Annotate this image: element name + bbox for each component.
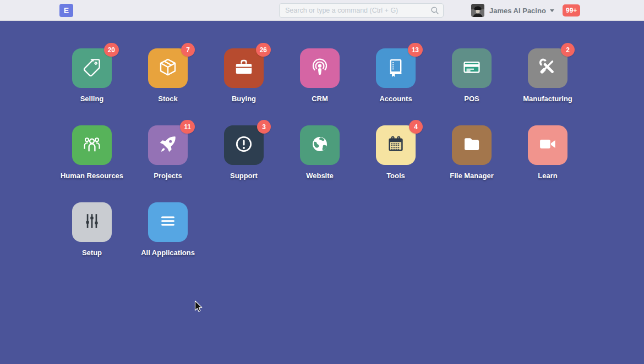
app-tile-stock[interactable]: 7 Stock xyxy=(130,48,206,104)
wrench-screwdriver-icon xyxy=(537,57,558,80)
app-tile-projects[interactable]: 11 Projects xyxy=(130,125,206,181)
notifications-badge[interactable]: 99+ xyxy=(563,4,580,16)
menu-icon xyxy=(157,211,178,234)
app-label: Accounts xyxy=(379,95,412,103)
rocket-icon xyxy=(157,134,178,157)
search-icon[interactable] xyxy=(429,5,440,16)
notification-count-badge: 20 xyxy=(104,43,119,57)
app-tile-setup[interactable]: Setup xyxy=(54,202,130,258)
mouse-cursor xyxy=(194,300,203,313)
tag-icon xyxy=(81,57,102,80)
app-label: Learn xyxy=(538,172,557,180)
app-label: Selling xyxy=(80,95,104,103)
sliders-icon xyxy=(81,211,102,234)
notification-count-badge: 7 xyxy=(181,43,195,57)
app-tile-crm[interactable]: CRM xyxy=(282,48,358,104)
app-tile-selling[interactable]: 20 Selling xyxy=(54,48,130,104)
notification-count-badge: 4 xyxy=(409,120,423,134)
briefcase-icon xyxy=(233,57,254,80)
alert-circle-icon xyxy=(233,134,254,157)
app-tile-manufacturing[interactable]: 2 Manufacturing xyxy=(510,48,586,104)
app-label: CRM xyxy=(312,95,328,103)
notification-count-badge: 11 xyxy=(180,120,195,134)
app-label: Support xyxy=(230,172,258,180)
app-tile-pos[interactable]: POS xyxy=(434,48,510,104)
global-search xyxy=(279,3,444,18)
credit-card-icon xyxy=(461,57,482,80)
app-grid: 20 Selling 7 Stock 26 Buying CRM 13 Acco… xyxy=(0,21,590,279)
app-label: Projects xyxy=(154,172,182,180)
people-icon xyxy=(81,134,102,157)
app-label: POS xyxy=(464,95,479,103)
app-tile-file-manager[interactable]: File Manager xyxy=(434,125,510,181)
broadcast-icon xyxy=(309,57,330,80)
app-label: Tools xyxy=(386,172,405,180)
app-label: Website xyxy=(306,172,334,180)
app-tile-accounts[interactable]: 13 Accounts xyxy=(358,48,434,104)
folder-icon xyxy=(461,134,482,157)
app-label: Human Resources xyxy=(61,172,123,180)
app-label: All Applications xyxy=(141,249,195,257)
app-label: Stock xyxy=(158,95,177,103)
globe-icon xyxy=(309,134,330,157)
user-menu[interactable]: James Al Pacino xyxy=(471,0,554,21)
user-name: James Al Pacino xyxy=(489,7,546,15)
ledger-icon xyxy=(385,57,406,80)
search-input[interactable] xyxy=(279,3,444,18)
app-tile-tools[interactable]: 4 Tools xyxy=(358,125,434,181)
app-tile-buying[interactable]: 26 Buying xyxy=(206,48,282,104)
user-avatar xyxy=(471,4,484,17)
app-tile-human-resources[interactable]: Human Resources xyxy=(54,125,130,181)
calendar-icon xyxy=(385,134,406,157)
app-logo[interactable]: E xyxy=(59,4,73,17)
app-label: Setup xyxy=(82,249,102,257)
chevron-down-icon xyxy=(550,9,554,12)
notification-count-badge: 13 xyxy=(408,43,423,57)
app-tile-all-applications[interactable]: All Applications xyxy=(130,202,206,258)
app-tile-support[interactable]: 3 Support xyxy=(206,125,282,181)
top-navbar: E James Al Pacino 99+ xyxy=(0,0,644,21)
video-camera-icon xyxy=(537,134,558,157)
app-tile-website[interactable]: Website xyxy=(282,125,358,181)
notification-count-badge: 26 xyxy=(256,43,271,57)
box-icon xyxy=(157,57,178,80)
app-tile-learn[interactable]: Learn xyxy=(510,125,586,181)
notification-count-badge: 3 xyxy=(257,120,271,134)
notification-count-badge: 2 xyxy=(561,43,575,57)
app-label: Buying xyxy=(232,95,256,103)
app-label: File Manager xyxy=(450,172,493,180)
app-label: Manufacturing xyxy=(523,95,572,103)
